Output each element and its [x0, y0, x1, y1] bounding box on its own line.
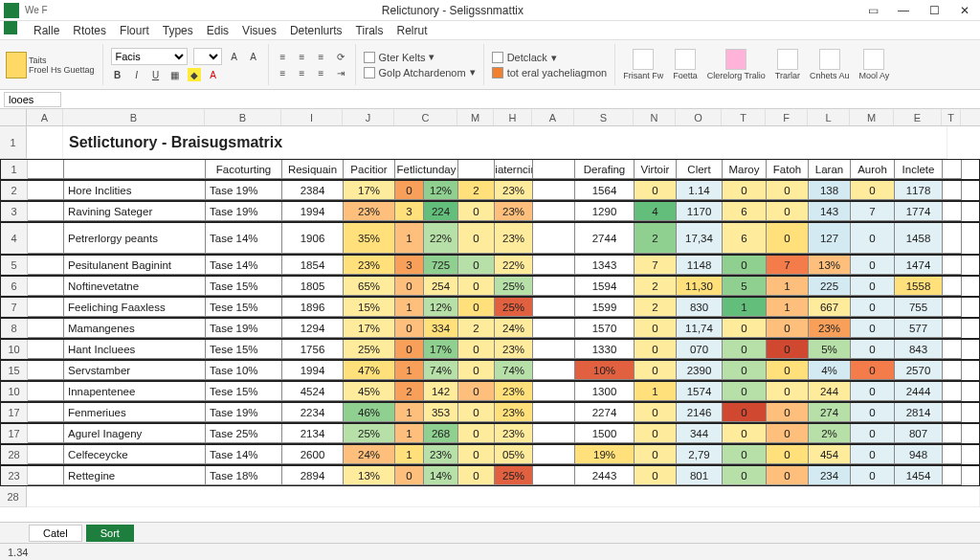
cell[interactable]: 1805 [282, 277, 344, 296]
cell[interactable]: 801 [677, 466, 723, 485]
cell[interactable]: 0 [635, 403, 677, 422]
cell[interactable]: 0 [395, 466, 424, 485]
cell[interactable]: 13% [344, 466, 395, 485]
cell[interactable]: 25% [495, 466, 533, 485]
cell[interactable]: 225 [809, 277, 851, 296]
big-icon-5[interactable]: Mool Ay [858, 49, 889, 80]
table-header-cell[interactable]: Virtoir [635, 160, 677, 179]
cell[interactable]: Tase 14% [206, 223, 282, 254]
cell[interactable] [943, 403, 962, 422]
cell[interactable]: 23% [495, 382, 533, 401]
cell[interactable]: 2 [635, 223, 677, 254]
font-color-icon[interactable]: A [207, 68, 220, 81]
cell[interactable]: 268 [424, 424, 458, 443]
col-header[interactable]: J [343, 109, 394, 125]
cell[interactable]: 1896 [282, 298, 344, 317]
cell[interactable]: 11,74 [677, 319, 723, 338]
align-middle-icon[interactable]: ≡ [296, 50, 309, 63]
row-header[interactable]: 2 [1, 181, 28, 200]
menu-item[interactable]: Detenlurts [290, 24, 343, 37]
cell[interactable]: 224 [424, 202, 458, 221]
cell[interactable]: 0 [767, 424, 809, 443]
cell[interactable]: 244 [809, 382, 851, 401]
cell[interactable]: 0 [635, 424, 677, 443]
cell[interactable]: 0 [458, 256, 495, 275]
cell[interactable] [943, 319, 962, 338]
cell[interactable]: 25% [344, 424, 395, 443]
cell[interactable]: 1300 [575, 382, 635, 401]
cell[interactable] [533, 277, 575, 296]
menu-item[interactable]: Types [163, 24, 193, 37]
cell[interactable]: 0 [767, 466, 809, 485]
cell[interactable] [533, 403, 575, 422]
cell[interactable] [943, 160, 962, 179]
cell[interactable]: 7 [635, 256, 677, 275]
menu-item[interactable]: Edis [207, 24, 229, 37]
cell[interactable]: 0 [851, 277, 895, 296]
cell[interactable]: 2390 [677, 361, 723, 380]
row-header[interactable]: 17 [1, 424, 28, 443]
ribbon-options-icon[interactable]: ▭ [858, 0, 888, 21]
cell[interactable]: 0 [458, 445, 495, 464]
border-icon[interactable]: ▦ [168, 68, 182, 81]
cell[interactable]: Tese 15% [206, 340, 282, 359]
cell[interactable]: 254 [424, 277, 458, 296]
col-header[interactable]: E [894, 109, 942, 125]
cell[interactable] [943, 466, 962, 485]
align-center-icon[interactable]: ≡ [296, 66, 309, 79]
table-header-cell[interactable]: Facoturting [206, 160, 282, 179]
big-icon-3[interactable]: Trarlar [775, 49, 800, 80]
cell[interactable]: 0 [767, 202, 809, 221]
cell[interactable] [533, 298, 575, 317]
cell[interactable]: 23% [495, 202, 533, 221]
cell[interactable]: 45% [344, 382, 395, 401]
cell[interactable]: 0 [723, 466, 767, 485]
cell[interactable]: 0 [851, 445, 895, 464]
cell[interactable] [943, 382, 962, 401]
col-header[interactable]: B [63, 109, 205, 125]
cell[interactable] [533, 340, 575, 359]
row-header[interactable]: 4 [1, 223, 28, 254]
cell[interactable]: 0 [851, 382, 895, 401]
cell[interactable] [533, 466, 575, 485]
cell[interactable]: 23% [495, 223, 533, 254]
cell[interactable]: 6 [723, 202, 767, 221]
cell[interactable]: 24% [495, 319, 533, 338]
cell[interactable] [533, 223, 575, 254]
cell[interactable] [533, 256, 575, 275]
col-header[interactable]: C [394, 109, 457, 125]
align-bottom-icon[interactable]: ≡ [315, 50, 328, 63]
cell[interactable]: 1290 [575, 202, 635, 221]
cell[interactable]: 0 [635, 445, 677, 464]
cell[interactable] [533, 382, 575, 401]
wrap-text-dropdown[interactable]: Gter Kelts ▾ [364, 51, 476, 63]
cell[interactable]: 0 [458, 361, 495, 380]
cell[interactable]: 05% [495, 445, 533, 464]
cell[interactable]: 1474 [895, 256, 943, 275]
cell[interactable]: 46% [344, 403, 395, 422]
cell[interactable]: 1 [395, 223, 424, 254]
cell[interactable]: 2274 [575, 403, 635, 422]
cell[interactable] [28, 319, 64, 338]
cell[interactable]: 1756 [282, 340, 344, 359]
col-header[interactable]: O [676, 109, 722, 125]
cell[interactable] [28, 424, 64, 443]
merge-dropdown[interactable]: Golp Atchardenom ▾ [364, 66, 476, 78]
cell[interactable]: 2 [458, 181, 495, 200]
row-label-cell[interactable]: Agurel Inageny [64, 424, 206, 443]
cell[interactable] [943, 340, 962, 359]
cell[interactable]: 4 [635, 202, 677, 221]
cell[interactable]: 0 [635, 319, 677, 338]
cell[interactable]: 0 [851, 361, 895, 380]
align-top-icon[interactable]: ≡ [277, 50, 290, 63]
table-header-cell[interactable]: Maroy [723, 160, 767, 179]
cell[interactable]: 25% [495, 298, 533, 317]
cell[interactable]: 667 [809, 298, 851, 317]
row-header[interactable]: 15 [1, 361, 28, 380]
row-label-cell[interactable]: Celfeceycke [64, 445, 206, 464]
minimize-button[interactable]: — [888, 0, 919, 21]
cell[interactable]: 2600 [282, 445, 344, 464]
cell[interactable] [27, 486, 980, 507]
close-button[interactable]: ✕ [949, 0, 980, 21]
cell[interactable]: 1 [395, 298, 424, 317]
